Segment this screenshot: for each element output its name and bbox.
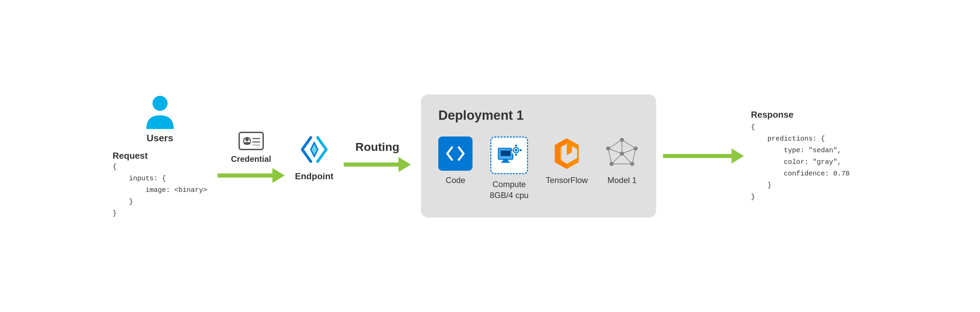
compute-icon: [496, 143, 522, 168]
svg-rect-1: [239, 132, 263, 149]
arrow-2: [344, 157, 411, 172]
endpoint-label: Endpoint: [295, 171, 334, 182]
svg-line-37: [622, 149, 636, 154]
tensorflow-icon: [550, 136, 584, 171]
deployment-title: Deployment 1: [438, 108, 639, 123]
svg-rect-19: [515, 154, 517, 156]
diagram: Users Request { inputs: { image: <binary…: [0, 0, 980, 312]
deploy-item-code: Code: [438, 136, 473, 185]
svg-line-31: [622, 140, 636, 149]
code-icon-box: [438, 136, 473, 171]
request-label: Request: [113, 150, 207, 161]
svg-rect-21: [520, 149, 522, 151]
credential-label: Credential: [231, 154, 271, 164]
model1-label: Model 1: [608, 176, 636, 185]
credential-icon: [237, 129, 265, 153]
arrow-3-container: [663, 149, 744, 163]
svg-rect-18: [515, 145, 517, 146]
code-label: Code: [446, 176, 465, 185]
response-code: { predictions: { type: "sedan", color: "…: [751, 122, 867, 203]
request-code: { inputs: { image: <binary> } }: [113, 161, 207, 219]
endpoint-icon: [295, 131, 333, 168]
credential-section: Credential: [231, 129, 271, 164]
response-block: Response { predictions: { type: "sedan",…: [751, 109, 867, 203]
svg-marker-22: [567, 138, 579, 169]
tensorflow-label: TensorFlow: [546, 176, 588, 185]
svg-point-6: [245, 138, 249, 141]
deployment-box: Deployment 1 Code: [421, 94, 656, 217]
request-block: Request { inputs: { image: <binary> } }: [113, 150, 207, 219]
svg-rect-20: [511, 149, 512, 151]
svg-rect-14: [501, 162, 510, 163]
response-label: Response: [751, 109, 867, 120]
deploy-item-tensorflow: TensorFlow: [546, 136, 588, 185]
arrow-1: [218, 168, 285, 183]
model1-icon: [605, 136, 639, 171]
endpoint-section: Endpoint: [295, 131, 334, 182]
user-icon: [143, 93, 177, 131]
svg-marker-24: [555, 138, 567, 169]
deployment-items: Code: [438, 136, 639, 200]
svg-line-38: [622, 154, 632, 164]
svg-rect-13: [503, 160, 508, 162]
deploy-item-compute: Compute8GB/4 cpu: [490, 136, 528, 200]
svg-line-34: [608, 149, 612, 164]
svg-line-40: [608, 149, 622, 154]
svg-line-35: [608, 140, 622, 149]
users-label: Users: [146, 133, 173, 144]
svg-line-32: [632, 149, 636, 164]
deploy-item-model1: Model 1: [605, 136, 639, 185]
compute-label: Compute8GB/4 cpu: [490, 179, 528, 200]
svg-point-17: [515, 149, 517, 152]
routing-label: Routing: [355, 140, 399, 154]
svg-rect-12: [501, 151, 510, 156]
svg-point-0: [153, 96, 167, 111]
code-brackets-icon: [444, 143, 466, 165]
svg-line-39: [612, 154, 622, 164]
compute-icon-box: [490, 136, 528, 174]
